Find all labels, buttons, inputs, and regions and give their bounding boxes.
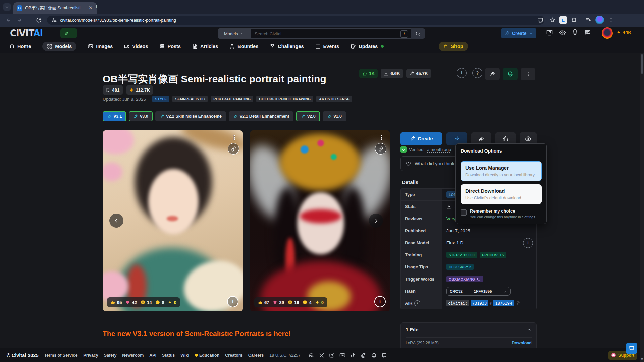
tab-close-icon[interactable]: ✕: [88, 5, 93, 11]
info-circle-icon[interactable]: i: [523, 238, 533, 248]
image-info-button[interactable]: i: [374, 296, 386, 307]
generations-badge[interactable]: 45.7K: [406, 69, 431, 78]
browser-tab[interactable]: C OB半写实肖像画 Semi-realisti ✕: [13, 2, 97, 14]
reaction-cry[interactable]: 8: [155, 300, 164, 305]
footer-link-2257[interactable]: 18 U.S.C. §2257: [269, 353, 300, 358]
air-version-id[interactable]: 1876194: [493, 300, 514, 306]
green-promo-badge[interactable]: [60, 28, 77, 38]
reaction-bar[interactable]: 67 29 16 4 0: [254, 297, 327, 307]
twitch-icon[interactable]: [382, 353, 387, 358]
info-circle-icon[interactable]: i: [457, 68, 467, 78]
bookmark-page-button[interactable]: [547, 15, 557, 25]
copy-icon[interactable]: [477, 277, 481, 281]
nav-item-models[interactable]: Models: [42, 42, 76, 51]
notify-following-button[interactable]: [503, 68, 518, 80]
tiktok-icon[interactable]: [350, 353, 356, 358]
option-use-lora-manager[interactable]: Use Lora Manager Download directly to yo…: [461, 161, 542, 181]
nav-item-challenges[interactable]: Challenges: [270, 44, 304, 49]
nav-item-videos[interactable]: Videos: [124, 44, 148, 49]
moderation-gavel-button[interactable]: [485, 68, 500, 80]
address-bar[interactable]: civitai.com/models/731933/ob-semi-realis…: [47, 16, 544, 25]
search-button[interactable]: [411, 28, 425, 39]
nav-item-home[interactable]: Home: [9, 44, 31, 49]
likes-badge[interactable]: 1K: [359, 69, 378, 78]
install-app-button[interactable]: [535, 15, 545, 25]
nav-item-images[interactable]: Images: [88, 44, 113, 49]
site-chat-fab[interactable]: [626, 343, 637, 354]
search-input[interactable]: [251, 31, 411, 36]
image-link-button[interactable]: [375, 143, 386, 155]
version-tab-v31[interactable]: v3.1: [103, 111, 126, 121]
version-tab-v22[interactable]: v2.2 Skin Noise Enhanceme: [155, 111, 226, 121]
footer-link-careers[interactable]: Careers: [248, 353, 264, 358]
new-tab-button[interactable]: +: [95, 3, 98, 11]
footer-link-status[interactable]: Status: [162, 353, 175, 358]
reading-list-button[interactable]: [583, 15, 593, 25]
nav-item-bounties[interactable]: Bounties: [229, 44, 258, 49]
nav-item-events[interactable]: Events: [315, 44, 339, 49]
create-with-model-button[interactable]: Create: [400, 132, 442, 145]
hash-next-button[interactable]: [500, 287, 510, 295]
help-circle-icon[interactable]: ?: [472, 68, 482, 78]
reaction-heart[interactable]: 42: [125, 300, 137, 305]
footer-link-wiki[interactable]: Wiki: [180, 353, 189, 358]
reaction-cry[interactable]: 4: [303, 300, 311, 305]
file-download-link[interactable]: Download: [512, 341, 532, 345]
footer-link-newsroom[interactable]: Newsroom: [122, 353, 144, 358]
verified-time[interactable]: a month ago: [427, 147, 451, 152]
instagram-icon[interactable]: [329, 352, 335, 358]
reaction-laugh[interactable]: 16: [288, 300, 299, 305]
x-icon[interactable]: [319, 353, 324, 358]
more-options-button[interactable]: [521, 68, 535, 80]
tag-semi-realistic[interactable]: SEMI-REALISTIC: [172, 96, 208, 102]
browser-menu-button[interactable]: [606, 15, 616, 25]
version-tab-v20[interactable]: v2.0: [296, 111, 320, 121]
footer-link-api[interactable]: API: [149, 353, 156, 358]
copy-icon[interactable]: [516, 301, 521, 306]
footer-link-terms[interactable]: Terms of Service: [44, 353, 78, 358]
tag-portrait-painting[interactable]: PORTRAIT PAINTING: [211, 96, 253, 102]
tag-artistic-sense[interactable]: ARTISTIC SENSE: [316, 96, 352, 102]
version-tab-v10[interactable]: v1.0: [323, 111, 346, 121]
extension-l-badge[interactable]: L: [559, 16, 567, 24]
extensions-button[interactable]: [569, 15, 579, 25]
screen-share-button[interactable]: [546, 29, 553, 36]
reload-button[interactable]: [34, 15, 44, 25]
reaction-laugh[interactable]: 14: [141, 300, 152, 305]
back-button[interactable]: [3, 15, 13, 25]
tab-search-button[interactable]: [3, 3, 11, 11]
reaction-zap[interactable]: 0: [315, 300, 324, 305]
buzz-balance[interactable]: 44K: [616, 29, 632, 35]
browser-profile-avatar[interactable]: [595, 16, 604, 24]
nav-item-updates[interactable]: Updates: [351, 44, 378, 49]
downloads-badge[interactable]: 6.6K: [381, 69, 403, 78]
reddit-icon[interactable]: [360, 352, 366, 358]
user-avatar[interactable]: [602, 27, 613, 39]
version-tab-v30[interactable]: v3.0: [129, 111, 152, 121]
civitai-logo[interactable]: CIVITAI: [10, 28, 43, 38]
remember-choice-label[interactable]: Remember my choice: [470, 208, 535, 214]
reviews-rating[interactable]: Very: [446, 216, 455, 221]
tag-colored-pencil[interactable]: COLORED PENCIL DRAWING: [256, 96, 313, 102]
carousel-prev-button[interactable]: [109, 214, 123, 228]
footer-link-creators[interactable]: Creators: [225, 353, 242, 358]
nav-item-shop[interactable]: Shop: [439, 42, 468, 51]
reaction-zap[interactable]: 0: [168, 300, 176, 305]
air-model-id[interactable]: 731933: [471, 300, 488, 306]
image-menu-button[interactable]: ⋮: [379, 134, 385, 141]
nav-item-posts[interactable]: Posts: [160, 44, 181, 49]
bookmarks-badge[interactable]: 481: [103, 85, 123, 95]
carousel-next-button[interactable]: [369, 214, 383, 228]
option-direct-download[interactable]: Direct Download Use Civitai's default do…: [461, 184, 542, 204]
energy-badge[interactable]: 112.7K: [126, 85, 153, 95]
version-tab-v21[interactable]: v2.1 Detail Enhancement: [229, 111, 293, 121]
site-settings-icon[interactable]: [52, 18, 57, 23]
chat-button[interactable]: [584, 29, 591, 36]
image-info-button[interactable]: i: [227, 296, 238, 307]
discord-icon[interactable]: [308, 352, 314, 358]
trigger-word-badge[interactable]: OBXIAOXIANG: [446, 276, 483, 282]
tag-style[interactable]: STYLE: [152, 96, 169, 102]
reaction-bar[interactable]: 95 42 14 8 0: [107, 297, 180, 307]
footer-link-privacy[interactable]: Privacy: [83, 353, 98, 358]
hash-value[interactable]: 1FFA1855: [466, 287, 500, 295]
